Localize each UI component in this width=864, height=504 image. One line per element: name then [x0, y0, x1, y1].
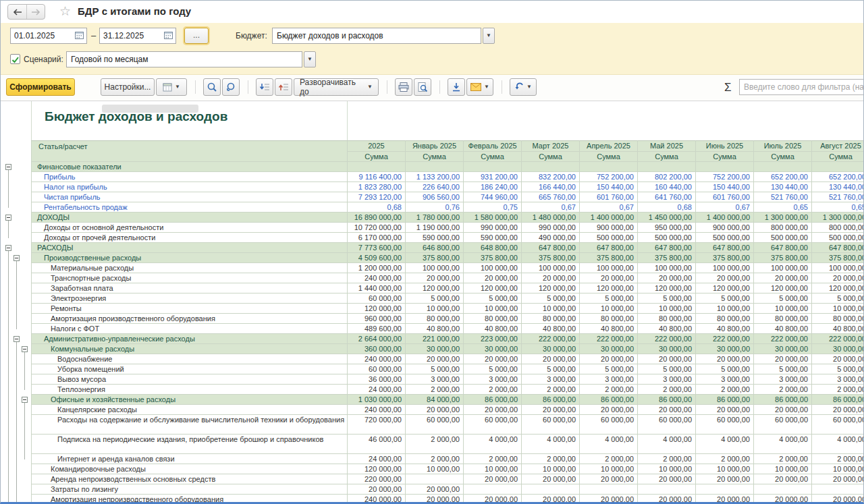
column-header-month: Август 2025Сумма: [812, 140, 864, 162]
cell-value: 10 000,00: [580, 304, 638, 314]
cell-value: 375 800,00: [812, 253, 864, 263]
cell-value: 20 000,00: [464, 474, 522, 484]
calendar-icon[interactable]: [164, 31, 174, 40]
cell-value: 20 000,00: [580, 495, 638, 504]
table-row: Коммунальные расходы360 000,0030 000,003…: [1, 344, 864, 354]
date-from-field[interactable]: [10, 28, 87, 44]
collapse-group-button[interactable]: [14, 336, 20, 342]
save-file-button[interactable]: [448, 78, 465, 96]
cell-value: 20 000,00: [638, 474, 696, 484]
cell-value: 2 000,00: [754, 454, 812, 464]
table-row: Административно-управленческие расходы2 …: [1, 334, 864, 344]
tree-connector-line: [8, 223, 9, 233]
table-row: Подписка на периодические издания, приоб…: [1, 435, 864, 454]
collapse-group-button[interactable]: [5, 215, 11, 221]
cell-value: 20 000,00: [696, 354, 754, 364]
favorite-star-icon[interactable]: ☆: [59, 3, 71, 19]
row-label: Амортизация непроизводственного оборудов…: [31, 495, 348, 504]
collapse-group-button[interactable]: [14, 255, 20, 261]
collapse-group-button[interactable]: [5, 164, 11, 170]
cell-value: [348, 162, 406, 172]
cell-value: 20 000,00: [522, 273, 580, 283]
row-label[interactable]: Прибыль: [31, 172, 348, 182]
report-variant-button[interactable]: ▼: [156, 78, 187, 96]
filter-panel: – ... Бюджет: Бюджет доходов и расходов …: [1, 23, 863, 75]
row-label[interactable]: Налог на прибыль: [31, 182, 348, 192]
cell-value: 60 000,00: [638, 415, 696, 435]
cell-value: 1 400 000,00: [696, 213, 754, 223]
cell-value: 3 000,00: [580, 374, 638, 385]
forward-button[interactable]: [26, 5, 45, 19]
calendar-icon[interactable]: [75, 31, 85, 40]
table-row: ДОХОДЫ16 890 000,001 780 000,001 580 000…: [1, 213, 864, 223]
tree-gutter-cell: [1, 162, 31, 172]
cell-value: 10 000,00: [522, 464, 580, 474]
cell-value: 375 800,00: [464, 253, 522, 263]
print-preview-button[interactable]: [414, 78, 431, 96]
cell-value: 60 000,00: [754, 415, 812, 435]
table-row: Водоснабжение240 000,0020 000,0020 000,0…: [1, 354, 864, 364]
tree-connector-line: [8, 273, 9, 283]
cell-value: 601 760,00: [580, 192, 638, 202]
sum-sigma-icon[interactable]: Σ: [724, 81, 732, 94]
row-label: РАСХОДЫ: [31, 243, 348, 253]
cell-value: 120 000,00: [348, 464, 406, 474]
collapse-groups-button[interactable]: [256, 78, 273, 96]
tree-gutter-cell: [1, 314, 31, 324]
scenario-combobox[interactable]: Годовой по месяцам: [66, 51, 302, 67]
period-more-button[interactable]: ...: [184, 28, 209, 44]
budget-dropdown-button[interactable]: ▼: [483, 28, 495, 44]
related-actions-button[interactable]: ▼: [510, 78, 537, 96]
generate-button[interactable]: Сформировать: [6, 78, 75, 96]
tree-connector-line: [24, 435, 25, 454]
back-button[interactable]: [8, 5, 26, 19]
collapse-group-button[interactable]: [5, 245, 11, 251]
settings-button[interactable]: Настройки...: [101, 78, 155, 96]
tree-gutter-cell: [1, 374, 31, 385]
row-label: Налоги с ФОТ: [31, 324, 348, 334]
find-next-button[interactable]: [222, 78, 240, 96]
cell-value: 2 000,00: [580, 454, 638, 464]
date-to-field[interactable]: [99, 28, 176, 44]
tree-connector-line: [16, 495, 17, 504]
budget-combobox[interactable]: Бюджет доходов и расходов: [272, 28, 481, 44]
cell-value: 2 000,00: [580, 385, 638, 395]
table-row: Канцелярские расходы240 000,0020 000,002…: [1, 405, 864, 415]
row-label: Офисные и хозяйственные расходы: [31, 395, 348, 405]
quick-filter-field[interactable]: [739, 79, 864, 95]
quick-filter-input[interactable]: [740, 80, 864, 94]
tree-gutter-cell: [1, 435, 31, 454]
cell-value: 832 200,00: [522, 172, 580, 182]
checkmark-icon: [11, 55, 20, 64]
month-name-label: Апрель 2025: [580, 141, 637, 152]
cell-value: 20 000,00: [638, 405, 696, 415]
cell-value: 1 400 000,00: [580, 213, 638, 223]
find-button[interactable]: [203, 78, 221, 96]
cell-value: 2 000,00: [812, 385, 864, 395]
cell-value: 60 000,00: [696, 415, 754, 435]
row-label[interactable]: Чистая прибыль: [31, 192, 348, 202]
scenario-dropdown-button[interactable]: ▼: [304, 51, 316, 67]
column-header-month: Январь 2025Сумма: [406, 140, 464, 162]
amount-sublabel: Сумма: [812, 152, 864, 162]
row-label[interactable]: Рентабельность продаж: [31, 202, 348, 213]
cell-value: 4 000,00: [638, 435, 696, 454]
collapse-group-button[interactable]: [22, 397, 28, 403]
cell-value: 1 823 280,00: [348, 182, 406, 192]
print-button[interactable]: [395, 78, 412, 96]
cell-value: 120 000,00: [812, 283, 864, 293]
table-row: Теплоэнергия24 000,002 000,002 000,002 0…: [1, 385, 864, 395]
cell-value: 3 000,00: [696, 374, 754, 385]
cell-value: 360 000,00: [348, 344, 406, 354]
scenario-checkbox[interactable]: [10, 54, 20, 64]
cell-value: 500 000,00: [754, 233, 812, 243]
amount-sublabel: Сумма: [638, 152, 695, 162]
expand-to-button[interactable]: Разворачивать до ▼: [294, 78, 379, 96]
collapse-group-button[interactable]: [22, 346, 28, 352]
tree-connector-line: [16, 405, 17, 415]
printer-icon: [398, 82, 409, 92]
cell-value: 646 800,00: [406, 243, 464, 253]
table-row: Финансовые показатели: [1, 162, 864, 172]
send-mail-button[interactable]: ▼: [466, 78, 493, 96]
expand-groups-button[interactable]: [275, 78, 292, 96]
